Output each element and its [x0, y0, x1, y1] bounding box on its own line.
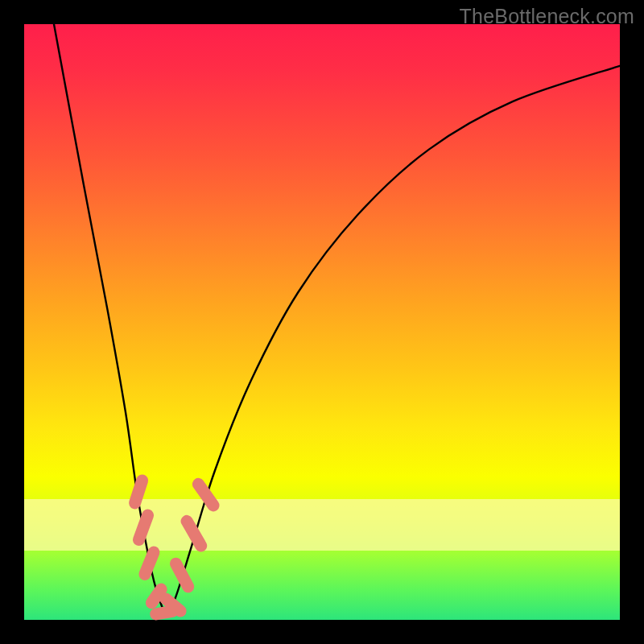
curve-marker — [127, 473, 150, 510]
curve-layer — [24, 24, 620, 620]
curve-marker — [190, 476, 221, 514]
curve-marker — [137, 544, 162, 582]
chart-card: TheBottleneck.com — [0, 0, 644, 644]
curve-marker — [131, 507, 155, 547]
curve-marker — [179, 513, 209, 554]
curve-marker — [167, 555, 196, 595]
curve-markers — [127, 473, 221, 621]
plot-area — [24, 24, 620, 620]
